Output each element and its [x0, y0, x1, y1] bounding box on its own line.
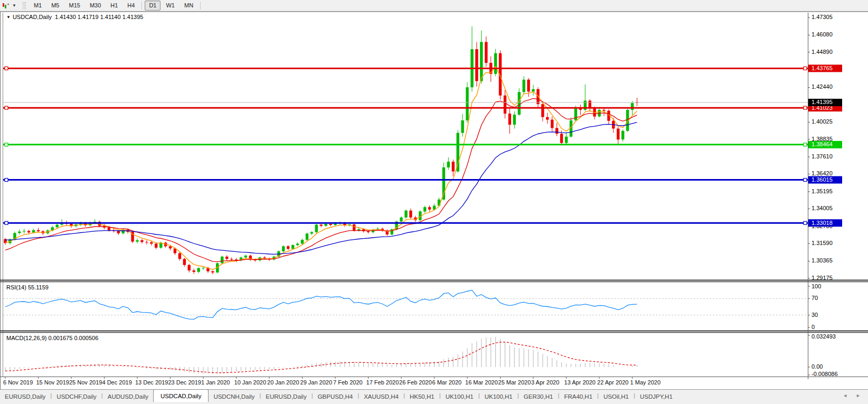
hline-anchor[interactable] [804, 221, 807, 224]
timeframe-button-w1[interactable]: W1 [162, 1, 179, 11]
bottom-tab-4-usdcnhdaily[interactable]: USDCNH,Daily [209, 390, 259, 401]
date-label: 22 Apr 2020 [597, 379, 628, 386]
rsi-level-label: 100 [812, 283, 821, 289]
bottom-tab-6-gbpusdh4[interactable]: GBPUSD,H4 [313, 390, 357, 401]
chart-area[interactable]: 1.473051.460801.448901.424401.400251.388… [0, 0, 868, 389]
tab-scroll-arrows: ◄► [843, 390, 861, 398]
candle-body [508, 114, 511, 125]
candle-body [310, 232, 313, 234]
candle-body [480, 42, 483, 81]
toolbar-drag-handle[interactable] [23, 2, 26, 10]
timeframe-button-d1[interactable]: D1 [145, 1, 161, 11]
tick-chart-icon[interactable] [2, 2, 10, 10]
candle-body [579, 108, 582, 110]
timeframe-button-h1[interactable]: H1 [106, 1, 122, 11]
chart-mode-group[interactable]: ▼ [0, 0, 18, 11]
rsi-level-label: 0 [812, 324, 815, 330]
hline-anchor[interactable] [5, 106, 8, 109]
candle-body [27, 231, 30, 232]
candle-body [244, 256, 247, 258]
candle-body [23, 231, 25, 231]
date-label: 25 Mar 2020 [498, 379, 531, 386]
hline-price-label: 1.36015 [812, 176, 833, 183]
date-label: 23 Dec 2019 [168, 379, 201, 386]
macd-axis-label: 0.00 [812, 363, 823, 370]
candle-body [532, 89, 534, 92]
date-label: 13 Apr 2020 [564, 379, 596, 386]
date-label: 6 Nov 2019 [3, 379, 33, 386]
candle-body [551, 120, 553, 128]
price-tick-label: 1.40025 [812, 118, 833, 125]
bottom-tab-8-hk50h1[interactable]: HK50,H1 [405, 390, 439, 401]
timeframe-button-h4[interactable]: H4 [123, 1, 139, 11]
date-label: 13 Dec 2019 [135, 379, 168, 386]
bottom-tab-9-uk100h1[interactable]: UK100,H1 [441, 390, 478, 401]
timeframe-button-m1[interactable]: M1 [30, 1, 46, 11]
date-label: 25 Nov 2019 [69, 379, 102, 386]
price-tick-label: 1.29175 [812, 275, 833, 281]
candle-body [442, 167, 445, 200]
price-tick-label: 1.37610 [812, 153, 833, 159]
macd-axis-label: 0.032493 [812, 333, 836, 340]
hline-anchor[interactable] [804, 106, 807, 109]
candle-body [475, 49, 478, 81]
hline-anchor[interactable] [5, 67, 8, 70]
bottom-tab-5-eurusddaily[interactable]: EURUSD,Daily [261, 390, 311, 401]
bottom-tab-3-usdcaddaily[interactable]: USDCAD,Daily [153, 389, 209, 402]
bottom-tab-0-eurusddaily[interactable]: EURUSD,Daily [0, 390, 50, 401]
candle-body [353, 224, 355, 230]
macd-axis-label: -0.008086 [812, 371, 838, 377]
hline-anchor[interactable] [804, 143, 807, 146]
candle-body [169, 246, 172, 248]
price-tick-label: 1.44890 [812, 49, 833, 55]
hline-price-label: 1.33018 [812, 220, 833, 226]
hline-anchor[interactable] [5, 221, 8, 224]
bottom-tab-14-usdjpyh1[interactable]: USDJPY,H1 [635, 390, 677, 401]
bottom-tab-10-uk100h1[interactable]: UK100,H1 [480, 390, 517, 401]
hline-anchor[interactable] [804, 67, 807, 70]
candle-body [211, 271, 214, 273]
hline-anchor[interactable] [5, 178, 8, 182]
date-label: 17 Feb 2020 [366, 379, 399, 386]
hline-anchor[interactable] [804, 178, 807, 182]
rsi-indicator-label: RSI(14) 55.1159 [6, 284, 49, 290]
candle-body [225, 257, 228, 259]
candle-body [325, 224, 327, 226]
candle-body [197, 268, 200, 272]
hline-anchor[interactable] [5, 143, 8, 146]
candle-body [485, 42, 487, 63]
chart-mode-caret-icon[interactable]: ▼ [12, 3, 16, 8]
bottom-tab-7-xauusdh4[interactable]: XAUUSD,H4 [359, 390, 403, 401]
timeframe-button-m5[interactable]: M5 [47, 1, 63, 11]
timeframe-button-m30[interactable]: M30 [86, 1, 105, 11]
bottom-tab-2-audusddaily[interactable]: AUDUSD,Daily [103, 390, 153, 401]
candle-body [447, 162, 450, 167]
candle-body [513, 115, 516, 125]
bottom-tab-11-ger30h1[interactable]: GER30,H1 [519, 390, 558, 401]
candle-body [404, 211, 407, 218]
hline-price-label: 1.43765 [812, 65, 833, 71]
bottom-tab-13-usoilh1[interactable]: USOil,H1 [599, 390, 634, 401]
chart-tab-bar: EURUSD,Daily|USDCHF,Daily|AUDUSD,DailyUS… [0, 389, 868, 404]
price-tick-label: 1.31590 [812, 240, 833, 246]
candle-body [518, 92, 521, 115]
toolbar: ▼ M1M5M15M30H1H4D1W1MN [0, 0, 868, 12]
timeframe-button-m15[interactable]: M15 [64, 1, 84, 11]
candle-body [145, 242, 148, 242]
timeframe-button-mn[interactable]: MN [180, 1, 197, 11]
candle-body [555, 128, 558, 134]
date-label: 7 Feb 2020 [333, 379, 363, 386]
candle-body [621, 131, 624, 139]
bottom-tab-1-usdchfdaily[interactable]: USDCHF,Daily [52, 390, 101, 401]
tab-scroll-left-icon[interactable]: ◄ [843, 393, 847, 398]
symbol-dropdown-icon[interactable]: ▼ [6, 15, 11, 20]
candle-body [541, 104, 544, 117]
chart-ohlc-title[interactable]: ▼USDCAD,Daily 1.41430 1.41719 1.41140 1.… [6, 14, 143, 20]
candle-body [315, 224, 318, 232]
candle-body [461, 120, 464, 133]
price-tick-label: 1.47305 [812, 14, 833, 20]
tab-scroll-right-icon[interactable]: ► [856, 393, 861, 398]
candle-body [291, 245, 294, 249]
candle-body [560, 134, 563, 143]
bottom-tab-12-fra40h1[interactable]: FRA40,H1 [559, 390, 597, 401]
